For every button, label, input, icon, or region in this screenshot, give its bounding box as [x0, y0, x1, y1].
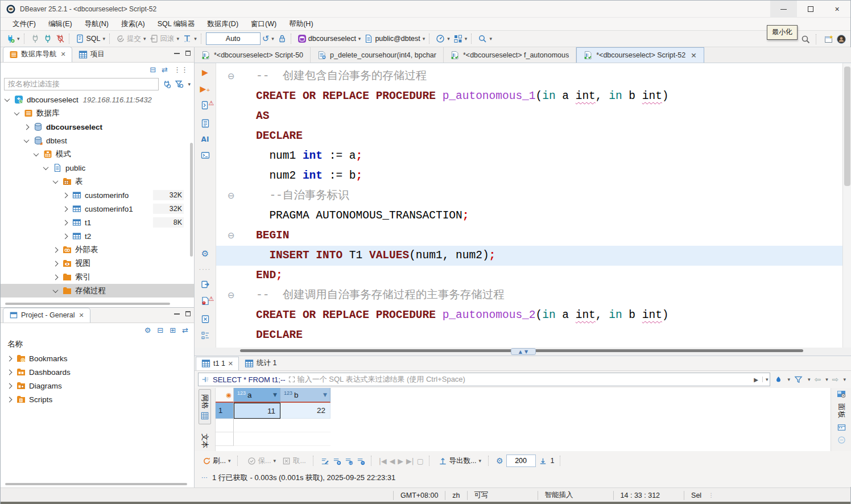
- column-header-b[interactable]: 123b▼: [280, 388, 331, 403]
- presentation-tab-grid[interactable]: 网格: [199, 389, 211, 424]
- gear-icon[interactable]: ⚙: [201, 249, 209, 259]
- apply-filter-icon[interactable]: ▶: [754, 377, 758, 383]
- export-result-icon[interactable]: [201, 280, 210, 289]
- minimize-button[interactable]: [770, 1, 797, 18]
- menu-item-3[interactable]: 搜索(A): [115, 18, 151, 30]
- tab-database-navigator[interactable]: 数据库导航✕: [3, 47, 72, 62]
- transaction-mode-select[interactable]: Auto: [206, 32, 261, 45]
- edit-cell-icon[interactable]: [321, 456, 330, 465]
- project-item-scripts[interactable]: Scripts: [1, 393, 194, 406]
- menu-item-7[interactable]: 帮助(H): [283, 18, 319, 30]
- status-more-icon[interactable]: ⋯: [201, 474, 208, 481]
- tab-projects[interactable]: 项目: [72, 47, 111, 62]
- presentation-tab-text[interactable]: 文本: [200, 429, 210, 453]
- grid-corner-cell[interactable]: ◉: [216, 388, 234, 403]
- editor-tab-3[interactable]: *<dbcourseselect> Script-52✕: [576, 47, 704, 63]
- tree-hscrollbar[interactable]: [5, 303, 170, 305]
- tree-item-模式[interactable]: 模式: [1, 147, 194, 161]
- filters-icon[interactable]: [794, 375, 803, 384]
- gear-icon[interactable]: ⚙: [144, 326, 151, 334]
- data-cell-b[interactable]: 22: [280, 403, 331, 419]
- outline-icon[interactable]: [201, 331, 210, 340]
- project-item-dashboards[interactable]: Dashboards: [1, 365, 194, 379]
- editor-results-sash[interactable]: ▲▼: [195, 348, 851, 356]
- link-with-editor-icon[interactable]: ⇄: [162, 65, 168, 74]
- grid-settings-gear-icon[interactable]: ⚙: [496, 456, 503, 465]
- expand-chevron-icon[interactable]: [63, 220, 68, 225]
- global-search-icon[interactable]: [801, 35, 810, 44]
- statusbar-writable[interactable]: 可写: [467, 491, 495, 500]
- disconnect-button[interactable]: [54, 33, 67, 44]
- reconnect-button[interactable]: [42, 33, 54, 44]
- dashboard-button[interactable]: ▾: [434, 33, 452, 44]
- fold-marker-icon[interactable]: ⊖: [228, 186, 235, 206]
- new-connection-button[interactable]: ▾: [4, 33, 22, 44]
- collapse-chevron-icon[interactable]: [53, 178, 59, 184]
- menu-item-6[interactable]: 窗口(W): [245, 18, 283, 30]
- data-grid[interactable]: ◉123a▼123b▼11122: [216, 388, 831, 451]
- add-row-icon[interactable]: [333, 456, 342, 465]
- fold-marker-icon[interactable]: ⊖: [228, 67, 235, 86]
- menu-item-5[interactable]: 数据库(D): [201, 18, 245, 30]
- tree-item-索引[interactable]: 索引: [1, 270, 194, 284]
- statusbar-language[interactable]: zh: [445, 491, 466, 500]
- maximize-view-icon[interactable]: [185, 311, 191, 316]
- expand-all-icon[interactable]: ⊞: [170, 326, 176, 334]
- duplicate-row-icon[interactable]: x2: [345, 456, 354, 465]
- first-row-icon[interactable]: |◀: [379, 457, 387, 465]
- lock-button[interactable]: [276, 33, 288, 44]
- calc-panel-icon[interactable]: [837, 435, 846, 444]
- save-button[interactable]: 保... ▾: [245, 455, 277, 467]
- collapse-chevron-icon[interactable]: [24, 137, 30, 143]
- expand-chevron-icon[interactable]: [63, 233, 68, 239]
- minimize-view-icon[interactable]: [174, 52, 180, 54]
- script-variables-icon[interactable]: [201, 315, 210, 324]
- export-data-button[interactable]: 导出数... ▾: [437, 455, 483, 467]
- editor-vscrollbar[interactable]: [842, 63, 851, 348]
- tree-item-外部表[interactable]: 外部表: [1, 243, 194, 257]
- expand-chevron-icon[interactable]: [53, 261, 59, 266]
- panels-label[interactable]: 面板: [833, 407, 850, 415]
- close-icon[interactable]: ✕: [691, 51, 696, 60]
- sort-caret-icon[interactable]: ▼: [273, 392, 277, 398]
- tree-item-public[interactable]: public: [1, 161, 194, 175]
- link-with-editor-icon[interactable]: ⇄: [182, 326, 188, 334]
- transaction-log-button[interactable]: ▾: [181, 33, 199, 44]
- fetch-page-icon[interactable]: [539, 456, 548, 465]
- dropdown-caret-icon[interactable]: ▾: [825, 377, 828, 382]
- expand-chevron-icon[interactable]: [53, 274, 59, 280]
- collapse-chevron-icon[interactable]: [5, 96, 10, 102]
- expand-chevron-icon[interactable]: [53, 247, 59, 253]
- fetch-size-input[interactable]: [506, 455, 536, 467]
- statusbar-selection[interactable]: Sel: [684, 491, 708, 500]
- script-errors-button[interactable]: ⚠: [201, 296, 210, 307]
- tab-project-general[interactable]: Project - General ✕: [3, 308, 90, 323]
- fold-marker-icon[interactable]: ⊖: [228, 226, 235, 246]
- connect-button[interactable]: [29, 33, 42, 44]
- collapse-chevron-icon[interactable]: [14, 110, 20, 115]
- project-item-bookmarks[interactable]: Bookmarks: [1, 352, 194, 365]
- expand-chevron-icon[interactable]: [7, 383, 13, 389]
- connection-selector[interactable]: dbcourseselect ▾: [296, 33, 363, 44]
- nav-back-icon[interactable]: ⇦: [814, 375, 821, 384]
- commit-mode-button[interactable]: ▾: [452, 33, 469, 44]
- code-area[interactable]: ⊖-- 创建包含自治事务的存储过程CREATE OR REPLACE PROCE…: [216, 63, 842, 348]
- sash-toggle-buttons[interactable]: ▲▼: [511, 348, 536, 355]
- value-viewer-icon[interactable]: [837, 423, 846, 432]
- tree-item-数据库[interactable]: 数据库: [1, 106, 194, 120]
- project-item-diagrams[interactable]: Diagrams: [1, 379, 194, 393]
- editor-tab-0[interactable]: *<dbcourseselect> Script-50: [195, 47, 311, 63]
- sql-console-icon[interactable]: [201, 151, 210, 160]
- panels-icon[interactable]: [837, 390, 846, 399]
- highlight-icon[interactable]: [774, 375, 783, 384]
- menu-item-2[interactable]: 导航(N): [79, 18, 115, 30]
- prev-row-icon[interactable]: ◀: [390, 457, 395, 465]
- refresh-button[interactable]: 刷... ▾: [200, 455, 232, 467]
- collapse-all-icon[interactable]: ⊟: [157, 326, 163, 334]
- expand-chevron-icon[interactable]: [7, 356, 13, 361]
- close-icon[interactable]: ✕: [79, 312, 84, 319]
- fold-marker-icon[interactable]: ⊖: [228, 286, 235, 305]
- expand-chevron-icon[interactable]: [7, 396, 13, 402]
- expand-chevron-icon[interactable]: [7, 369, 13, 375]
- results-tab-0[interactable]: t1 1✕: [196, 357, 239, 370]
